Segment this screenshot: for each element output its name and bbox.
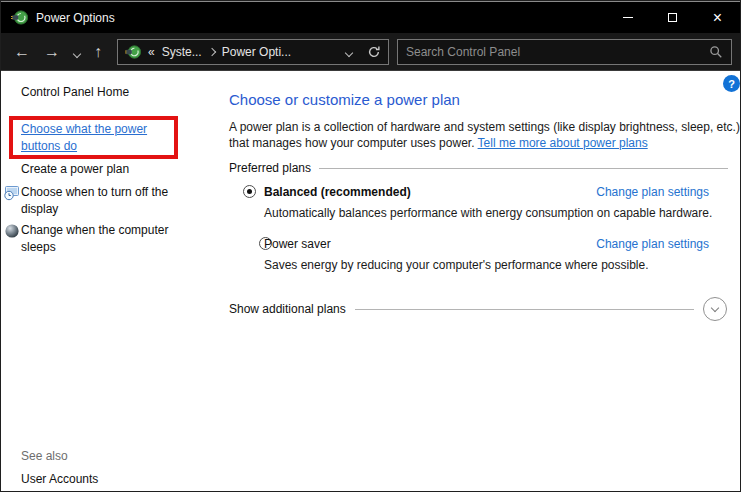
radio-balanced[interactable] xyxy=(243,185,256,198)
forward-button[interactable]: → xyxy=(37,44,67,60)
sidebar-item-create-power-plan[interactable]: Create a power plan xyxy=(21,161,129,178)
plan-name-balanced: Balanced (recommended) xyxy=(264,185,411,199)
search-input[interactable] xyxy=(406,45,709,59)
refresh-button[interactable] xyxy=(367,45,381,59)
intro-line1: A power plan is a collection of hardware… xyxy=(229,120,740,134)
address-dropdown-button[interactable] xyxy=(346,45,352,59)
help-icon[interactable]: ? xyxy=(723,75,740,92)
show-additional-plans-label: Show additional plans xyxy=(229,302,346,316)
sidebar-item-turn-off-display[interactable]: Choose when to turn off the display xyxy=(21,184,183,218)
sidebar-item-user-accounts[interactable]: User Accounts xyxy=(21,471,98,488)
change-plan-settings-balanced-link[interactable]: Change plan settings xyxy=(596,185,709,199)
search-box xyxy=(397,39,732,65)
address-bar[interactable]: « Syste... Power Opti... xyxy=(117,39,389,65)
sidebar-item-computer-sleeps[interactable]: Change when the computer sleeps xyxy=(21,222,183,256)
close-icon: × xyxy=(713,10,722,26)
maximize-button[interactable] xyxy=(650,2,695,33)
plan-desc-power-saver: Saves energy by reducing your computer's… xyxy=(264,258,649,274)
breadcrumb-system[interactable]: Syste... xyxy=(162,45,202,59)
power-options-icon xyxy=(125,44,141,60)
plan-desc-balanced: Automatically balances performance with … xyxy=(264,206,712,222)
chevron-down-icon xyxy=(345,48,353,56)
caption-buttons: × xyxy=(605,2,740,33)
expand-plans-button[interactable] xyxy=(703,297,727,321)
plan-name-power-saver: Power saver xyxy=(264,237,331,251)
intro-paragraph: A power plan is a collection of hardware… xyxy=(229,120,741,151)
content-area: Control Panel Home Choose what the power… xyxy=(1,71,740,491)
minimize-icon xyxy=(623,17,633,18)
up-button[interactable]: ↑ xyxy=(87,44,109,60)
tell-me-more-link[interactable]: Tell me more about power plans xyxy=(478,136,648,150)
power-options-icon xyxy=(11,9,28,26)
sidebar-item-power-buttons[interactable]: Choose what the power buttons do xyxy=(21,121,171,155)
sidebar-item-control-panel-home[interactable]: Control Panel Home xyxy=(21,84,129,101)
see-also-label: See also xyxy=(21,448,68,465)
preferred-plans-section: Preferred plans xyxy=(229,161,728,175)
close-button[interactable]: × xyxy=(695,2,740,33)
sleep-icon xyxy=(4,223,20,239)
search-icon[interactable] xyxy=(709,45,723,59)
title-bar: Power Options × xyxy=(1,1,740,33)
navigation-toolbar: ← → ↑ « Syste... Power Opti... xyxy=(1,33,740,71)
display-clock-icon xyxy=(4,185,20,201)
show-additional-plans-row: Show additional plans xyxy=(229,297,727,321)
chevron-down-icon xyxy=(73,49,81,57)
window-title: Power Options xyxy=(36,11,115,25)
history-dropdown-button[interactable] xyxy=(67,44,87,60)
change-plan-settings-power-saver-link[interactable]: Change plan settings xyxy=(596,237,709,251)
chevron-right-icon xyxy=(207,47,215,55)
power-options-window: Power Options × ← → ↑ « Syste... Power O… xyxy=(0,0,741,492)
preferred-plans-label: Preferred plans xyxy=(229,161,311,175)
breadcrumb-overflow[interactable]: « xyxy=(148,45,155,59)
breadcrumb-power-options[interactable]: Power Opti... xyxy=(222,45,291,59)
additional-divider-line xyxy=(355,309,694,310)
intro-line2: that manages how your computer uses powe… xyxy=(229,136,478,150)
section-divider-line xyxy=(319,168,728,169)
maximize-icon xyxy=(668,13,677,22)
page-title: Choose or customize a power plan xyxy=(229,91,460,108)
chevron-down-icon xyxy=(711,303,719,311)
back-button[interactable]: ← xyxy=(7,44,37,60)
minimize-button[interactable] xyxy=(605,2,650,33)
